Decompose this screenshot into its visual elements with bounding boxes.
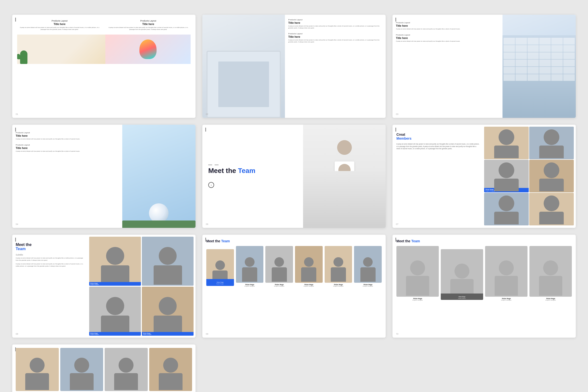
- team-thumb-5: [484, 193, 529, 226]
- slide-accent: [15, 128, 16, 132]
- person-photo-6: [354, 246, 382, 283]
- photo-4: Victor Hugo Graphic Designer: [142, 287, 194, 336]
- title-blue: Members: [396, 136, 411, 140]
- person-name-5: Victor Hugo: [334, 284, 343, 286]
- person-photo-4: [295, 246, 323, 283]
- meet-team-heading: Meet the Team: [208, 167, 297, 175]
- people-row: Victor HugoGraphic Designer Victor Hugo …: [206, 246, 382, 287]
- col2-title: Title here: [106, 22, 190, 26]
- title-black: Meet the: [396, 239, 411, 243]
- slide-accent: [15, 238, 16, 242]
- person-role-gray-4: Graphic Designer: [545, 300, 556, 301]
- top-photos: [16, 348, 192, 391]
- cactus-shape: [20, 50, 28, 64]
- person-photo-3: [265, 246, 293, 283]
- slide-number: 01: [16, 113, 18, 116]
- bottom-label: Products Layout: [16, 144, 119, 146]
- body2: A peep at some distant orb has power to …: [16, 263, 86, 267]
- slide-accent: [15, 18, 16, 22]
- person-role-6: Graphic Designer: [362, 286, 373, 287]
- photo-3: Victor Hugo Graphic Designer: [89, 287, 141, 336]
- left-content: Meet the Team ↓: [202, 125, 303, 228]
- person-name-2: Victor Hugo: [245, 284, 254, 286]
- left-content: Products Layout Title here A peep at som…: [392, 15, 502, 118]
- photo-2: [142, 237, 194, 286]
- slide-4: Products Layout Title here A peep at som…: [12, 125, 196, 228]
- title-blue: Team: [16, 247, 26, 251]
- bottom-title: Title here: [396, 36, 499, 40]
- right-photos: Victor Hugo Graphic Designer Victor Hugo…: [89, 235, 196, 338]
- person-role-gray-1: Graphic Designer: [412, 300, 423, 301]
- top-photo-3: [104, 348, 148, 391]
- top-label: Products Layout: [288, 18, 382, 21]
- bottom-label: Products Layout: [396, 34, 499, 36]
- slide-number: 09: [206, 333, 208, 335]
- team-thumb-1: [484, 127, 529, 159]
- person-name-4: Victor Hugo: [304, 284, 313, 286]
- products-row: Products Layout Title here A peep at som…: [17, 20, 190, 30]
- subtitle-label: Subtitle: [16, 254, 86, 256]
- trees-shape: [122, 220, 196, 228]
- featured-role: Graphic Designer: [485, 190, 528, 192]
- person-photo-2: [236, 246, 264, 283]
- slide-8-team-row: Meet the Team Victor HugoGraphic Designe…: [202, 235, 386, 338]
- top-title: Title here: [288, 21, 382, 24]
- person-name-gray-1: Victor Hugo: [413, 298, 422, 300]
- col-1: Products Layout Title here A peep at som…: [17, 20, 102, 30]
- right-content: Products Layout Title here A peep at som…: [285, 15, 386, 118]
- bottom-body: A peep at some distant orb has power to …: [16, 150, 119, 152]
- person-role-gray-3: Graphic Designer: [501, 300, 512, 301]
- col2-body: A peep at some distant orb has power to …: [106, 26, 190, 30]
- slide-1: Products Layout Title here A peep at som…: [12, 15, 196, 118]
- col1-title: Title here: [17, 22, 102, 26]
- title-black: Meet the: [206, 239, 221, 243]
- down-arrow[interactable]: ↓: [208, 182, 214, 188]
- building-image: [502, 15, 576, 118]
- top-body: A peep at some distant orb has power to …: [16, 138, 119, 140]
- person-card-gray-4: Victor Hugo Graphic Designer: [530, 246, 572, 301]
- col1-body: A peep at some distant orb has power to …: [17, 26, 102, 30]
- title-blue: Team: [238, 167, 255, 174]
- slide-accent: [205, 238, 206, 242]
- team-thumb-6: [529, 193, 574, 226]
- person-name-3: Victor Hugo: [275, 284, 284, 286]
- slide-number: 06: [206, 223, 208, 226]
- person-name-gray-4: Victor Hugo: [546, 298, 555, 300]
- team-thumb-2: [529, 127, 574, 159]
- top-label: Products Layout: [16, 132, 119, 134]
- bottom-label: Products Layout: [288, 32, 382, 35]
- slide-2: Products Layout Title here A peep at som…: [202, 15, 386, 118]
- left-content: Products Layout Title here A peep at som…: [12, 125, 122, 228]
- bottom-title: Title here: [16, 146, 119, 150]
- top-title: Title here: [396, 24, 499, 27]
- top-photo-1: [16, 348, 59, 391]
- title-black: Meet the: [16, 242, 32, 247]
- left-content: Meet the Team Subtitle A peep at some di…: [12, 235, 89, 338]
- person-role-2: Graphic Designer: [244, 286, 255, 287]
- body1: A peep at some distant orb has power to …: [16, 257, 86, 262]
- col-2: Products Layout Title here A peep at som…: [106, 20, 190, 30]
- person-card-4: Victor Hugo Graphic Designer: [295, 246, 323, 287]
- person-name-6: Victor Hugo: [363, 284, 372, 286]
- slide-number: 03: [396, 113, 398, 116]
- slide-9-grayscale: Meet the Team Victor Hugo Graphic Design…: [392, 235, 576, 338]
- slide-number: 02: [206, 113, 208, 116]
- slide-7-meet-subtitle: Meet the Team Subtitle A peep at some di…: [12, 235, 196, 338]
- slide-accent: [396, 18, 396, 22]
- laptop-image: [202, 15, 285, 118]
- slide-10-creat-members: Victor Hugo Graphic Designer Victor Hugo…: [12, 344, 196, 392]
- col1-label: Products Layout: [17, 20, 102, 22]
- person-role-5: Graphic Designer: [333, 286, 344, 287]
- slide-number: 04: [16, 223, 18, 226]
- slide-heading: Meet the Team: [396, 239, 572, 243]
- slide-accent: [396, 238, 396, 242]
- person-role-3: Graphic Designer: [274, 286, 284, 287]
- person-photo-gray-3: [485, 246, 528, 297]
- person-photo-5: [324, 246, 352, 283]
- person-photo-1: Victor HugoGraphic Designer: [206, 249, 234, 286]
- person-card-gray-3: Victor Hugo Graphic Designer: [485, 246, 528, 301]
- top-body: A peep at some distant orb has power to …: [288, 25, 382, 29]
- top-photo-4: [149, 348, 192, 391]
- person-image: [303, 125, 386, 228]
- title-blue: Team: [411, 239, 420, 243]
